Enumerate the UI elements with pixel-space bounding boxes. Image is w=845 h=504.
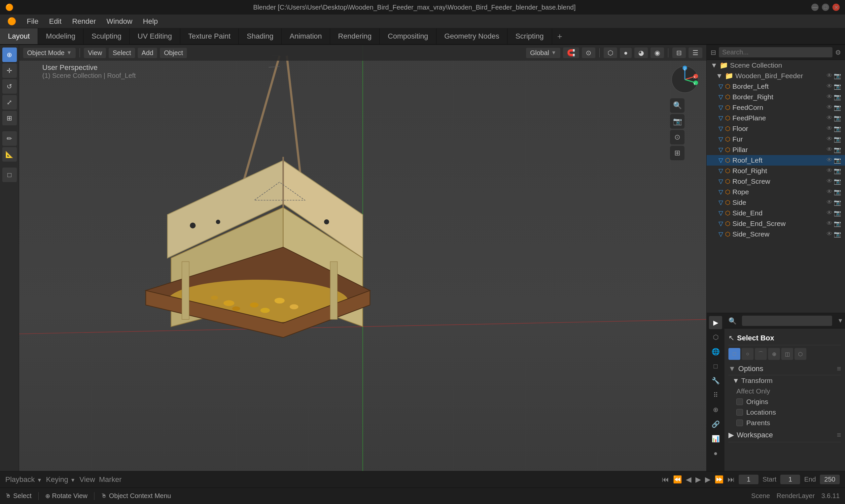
visibility-icon[interactable]: 👁 [827, 83, 832, 90]
global-space-btn[interactable]: Global ▼ [526, 48, 561, 58]
modifiers-prop-btn[interactable]: 🔧 [709, 374, 722, 387]
render-icon[interactable]: 📷 [834, 178, 841, 185]
mode-extra2-icon[interactable]: ◫ [781, 348, 793, 360]
rotate-tool[interactable]: ↺ [2, 79, 17, 94]
wooden-bird-feeder-collection[interactable]: ▼ 📁 Wooden_Bird_Feeder 👁 📷 [707, 71, 845, 81]
outliner-fur[interactable]: ▽ ⬡ Fur 👁 📷 [707, 134, 845, 144]
tab-compositing[interactable]: Compositing [380, 29, 436, 44]
view-btn[interactable]: ⊙ [670, 130, 685, 144]
outliner-side[interactable]: ▽ ⬡ Side 👁 📷 [707, 197, 845, 208]
outliner-filter-icon[interactable]: ⊟ [711, 49, 716, 56]
viewport[interactable]: Object Mode ▼ View Select Add Object Glo… [19, 45, 706, 484]
close-button[interactable]: ✕ [832, 4, 840, 11]
timeline-view-menu[interactable]: View [80, 475, 95, 484]
outliner-floor[interactable]: ▽ ⬡ Floor 👁 📷 [707, 123, 845, 134]
active-tool-prop-btn[interactable]: ▶ [709, 316, 722, 329]
tab-modeling[interactable]: Modeling [38, 29, 84, 44]
outliner-roof-right[interactable]: ▽ ⬡ Roof_Right 👁 📷 [707, 166, 845, 176]
measure-tool[interactable]: 📐 [2, 147, 17, 162]
visibility-icon[interactable]: 👁 [827, 146, 832, 154]
outliner-side-screw[interactable]: ▽ ⬡ Side_Screw 👁 📷 [707, 229, 845, 239]
render-icon[interactable]: 📷 [834, 125, 841, 132]
outliner-feedcorn[interactable]: ▽ ⬡ FeedCorn 👁 📷 [707, 102, 845, 113]
tab-uv-editing[interactable]: UV Editing [130, 29, 180, 44]
object-menu[interactable]: Object [160, 48, 187, 58]
outliner-side-end-screw[interactable]: ▽ ⬡ Side_End_Screw 👁 📷 [707, 218, 845, 229]
material-prop-btn[interactable]: ● [709, 447, 722, 460]
start-frame[interactable]: 1 [780, 475, 800, 484]
render-icon[interactable]: 📷 [834, 167, 841, 175]
scene-collection-item[interactable]: ▼ 📁 Scene Collection [707, 60, 845, 71]
visibility-icon[interactable]: 👁 [827, 72, 832, 79]
cursor-tool[interactable]: ⊕ [2, 48, 17, 62]
outliner-feedplane[interactable]: ▽ ⬡ FeedPlane 👁 📷 [707, 113, 845, 123]
tab-texture-paint[interactable]: Texture Paint [180, 29, 239, 44]
visibility-icon[interactable]: 👁 [827, 210, 832, 217]
prev-frame-btn[interactable]: ⏪ [673, 475, 682, 484]
render-icon[interactable]: 📷 [834, 72, 841, 79]
physics-prop-btn[interactable]: ⊕ [709, 403, 722, 416]
options-section-header[interactable]: ▼ Options ≡ [728, 362, 841, 375]
menu-help[interactable]: Help [138, 16, 162, 27]
camera-btn[interactable]: 📷 [670, 114, 685, 129]
tab-animation[interactable]: Animation [282, 29, 330, 44]
scene-prop-btn[interactable]: ⬡ [709, 330, 722, 344]
render-icon[interactable]: 📷 [834, 146, 841, 154]
tab-shading[interactable]: Shading [239, 29, 282, 44]
tab-layout[interactable]: Layout [0, 29, 38, 44]
outliner-rope[interactable]: ▽ ⬡ Rope 👁 📷 [707, 187, 845, 197]
render-icon[interactable]: 📷 [834, 83, 841, 90]
visibility-icon[interactable]: 👁 [827, 188, 832, 196]
menu-edit[interactable]: Edit [44, 16, 66, 27]
props-search-input[interactable] [742, 316, 832, 326]
jump-end-btn[interactable]: ⏭ [727, 475, 735, 484]
tab-sculpting[interactable]: Sculpting [84, 29, 130, 44]
add-workspace-button[interactable]: + [552, 29, 568, 44]
render-icon[interactable]: 📷 [834, 136, 841, 143]
render-icon[interactable]: 📷 [834, 157, 841, 164]
marker-menu[interactable]: Marker [99, 475, 122, 484]
play-btn[interactable]: ▶ [695, 475, 701, 484]
visibility-icon[interactable]: 👁 [827, 157, 832, 164]
render-icon[interactable]: 📷 [834, 220, 841, 227]
add-cube-tool[interactable]: □ [2, 167, 17, 182]
world-prop-btn[interactable]: 🌐 [709, 345, 722, 358]
maximize-button[interactable]: □ [822, 4, 829, 11]
outliner-border-left[interactable]: ▽ ⬡ Border_Left 👁 📷 [707, 81, 845, 92]
render-icon[interactable]: 📷 [834, 93, 841, 101]
object-mode-dropdown[interactable]: Object Mode ▼ [23, 48, 75, 58]
next-keyframe-btn[interactable]: ▶ [705, 475, 711, 484]
tab-rendering[interactable]: Rendering [330, 29, 380, 44]
add-menu[interactable]: Add [138, 48, 157, 58]
visibility-icon[interactable]: 👁 [827, 231, 832, 238]
search-icon[interactable]: 🔍 [728, 317, 737, 325]
workspace-menu-icon[interactable]: ≡ [837, 431, 841, 439]
tab-geometry-nodes[interactable]: Geometry Nodes [436, 29, 507, 44]
options-menu-icon[interactable]: ≡ [837, 364, 841, 373]
move-tool[interactable]: ✛ [2, 63, 17, 78]
end-frame[interactable]: 250 [820, 475, 840, 484]
xray-btn[interactable]: ☰ [689, 48, 702, 58]
annotate-tool[interactable]: ✏ [2, 131, 17, 146]
visibility-icon[interactable]: 👁 [827, 114, 832, 122]
transform-tool[interactable]: ⊞ [2, 111, 17, 125]
origins-checkbox[interactable] [736, 398, 743, 405]
visibility-icon[interactable]: 👁 [827, 199, 832, 206]
outliner-settings-icon[interactable]: ⚙ [835, 49, 841, 56]
constraints-prop-btn[interactable]: 🔗 [709, 418, 722, 431]
view-menu[interactable]: View [84, 48, 106, 58]
playback-menu[interactable]: Playback ▼ [5, 475, 42, 484]
visibility-icon[interactable]: 👁 [827, 167, 832, 175]
wireframe-btn[interactable]: ⬡ [604, 48, 617, 58]
mode-select-icon[interactable]: □ [728, 348, 740, 360]
select-menu[interactable]: Select [109, 48, 135, 58]
object-prop-btn[interactable]: □ [709, 360, 722, 373]
outliner-side-end[interactable]: ▽ ⬡ Side_End 👁 📷 [707, 208, 845, 218]
mode-extra3-icon[interactable]: ⬡ [794, 348, 806, 360]
visibility-icon[interactable]: 👁 [827, 125, 832, 132]
current-frame-display[interactable]: 1 [739, 475, 758, 484]
locations-checkbox[interactable] [736, 409, 743, 416]
solid-btn[interactable]: ● [620, 48, 632, 58]
outliner-roof-left[interactable]: ▽ ⬡ Roof_Left 👁 📷 [707, 155, 845, 166]
prev-keyframe-btn[interactable]: ◀ [686, 475, 691, 484]
